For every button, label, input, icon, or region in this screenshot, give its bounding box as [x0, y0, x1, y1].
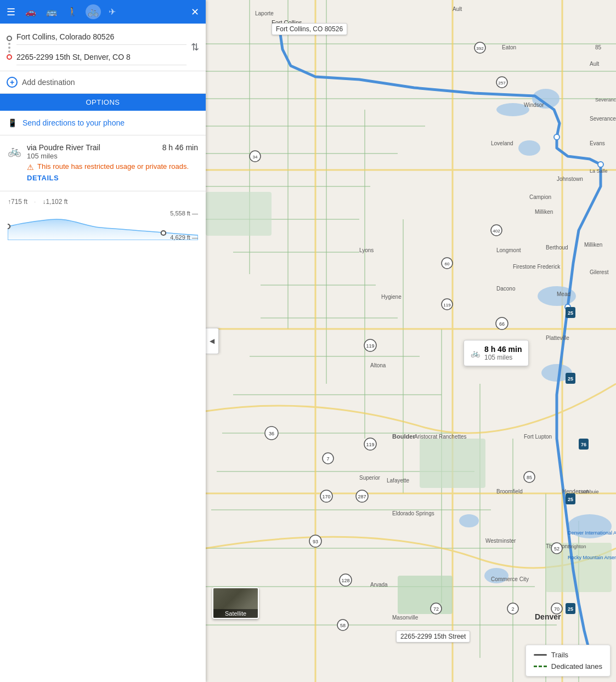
satellite-label: Satellite [213, 609, 258, 618]
map-origin-label: Fort Collins, CO 80526 [272, 23, 347, 35]
warning-icon: ⚠ [27, 163, 34, 172]
route-card: 🚲 via Poudre River Trail 8 h 46 min 105 … [0, 135, 206, 191]
left-panel: ☰ 🚗 🚌 🚶 🚲 ✈ ✕ ⇅ + Add destination OPTION… [0, 0, 206, 682]
map-background: Fort Collins Loveland Longmont Hygiene M… [206, 0, 616, 682]
svg-text:70: 70 [554, 606, 560, 612]
elevation-chart [8, 210, 198, 240]
svg-text:58: 58 [340, 623, 346, 628]
svg-text:Dacono: Dacono [496, 286, 516, 292]
tooltip-bike-icon: 🚲 [471, 349, 480, 357]
transport-flight[interactable]: ✈ [106, 4, 118, 19]
options-bar[interactable]: OPTIONS [0, 94, 206, 111]
elevation-gain: ↑715 ft [8, 198, 27, 206]
trails-label: Trails [551, 651, 568, 659]
svg-text:257: 257 [498, 81, 506, 86]
svg-text:60: 60 [445, 262, 450, 266]
legend-trails: Trails [534, 651, 602, 659]
svg-text:119: 119 [443, 303, 451, 308]
svg-text:Lyons: Lyons [359, 247, 374, 253]
svg-text:Eldorado Springs: Eldorado Springs [392, 510, 434, 516]
send-directions-row[interactable]: 📱 Send directions to your phone [0, 111, 206, 135]
svg-text:Altona: Altona [370, 362, 386, 368]
trails-line-icon [534, 654, 547, 656]
svg-text:Lafayette: Lafayette [387, 478, 410, 484]
route-bike-icon: 🚲 [8, 144, 21, 157]
svg-text:Laporte: Laporte [255, 10, 274, 16]
svg-text:Boulder: Boulder [392, 433, 415, 440]
map-legend: Trails Dedicated lanes [525, 645, 611, 677]
svg-text:Campion: Campion [529, 194, 551, 200]
svg-text:93: 93 [313, 539, 318, 544]
svg-text:Rocky Mountain Arsenal Nationa: Rocky Mountain Arsenal National... [568, 555, 616, 560]
svg-point-53 [598, 162, 603, 167]
svg-text:287: 287 [358, 494, 366, 499]
details-link[interactable]: DETAILS [27, 174, 198, 182]
svg-text:119: 119 [366, 343, 374, 349]
menu-button[interactable]: ☰ [7, 6, 15, 18]
transport-cycling[interactable]: 🚲 [86, 4, 101, 19]
svg-text:Commerce City: Commerce City [491, 576, 529, 582]
tooltip-distance: 105 miles [484, 354, 522, 361]
svg-text:Denver International Airport: Denver International Airport [568, 530, 616, 536]
svg-text:85: 85 [527, 475, 532, 480]
route-dot-2 [8, 47, 10, 49]
origin-dot [7, 36, 12, 41]
svg-text:25: 25 [568, 376, 573, 382]
svg-point-1 [161, 231, 166, 235]
svg-text:Gilerest: Gilerest [590, 269, 609, 275]
svg-text:Broomfield: Broomfield [496, 488, 523, 495]
add-destination-row[interactable]: + Add destination [0, 71, 206, 94]
svg-text:Windsor: Windsor [524, 102, 544, 108]
svg-text:7: 7 [326, 456, 329, 462]
route-dots [7, 29, 12, 65]
svg-text:Berthoud: Berthoud [546, 245, 568, 251]
svg-text:Eaton: Eaton [502, 44, 516, 50]
elevation-section: ↑715 ft · ↓1,102 ft 5,558 ft — 4,629 ft … [0, 191, 206, 248]
svg-text:Severance: Severance [590, 116, 616, 122]
svg-text:Aristocrat Ranchettes: Aristocrat Ranchettes [414, 434, 467, 440]
svg-text:72: 72 [433, 606, 439, 612]
collapse-panel-button[interactable]: ◀ [206, 328, 219, 354]
map-destination-label: 2265-2299 15th Street [396, 630, 470, 643]
swap-button[interactable]: ⇅ [191, 41, 199, 53]
svg-text:Superior: Superior [359, 475, 380, 481]
svg-text:Arvada: Arvada [370, 582, 388, 588]
origin-input[interactable] [16, 29, 187, 45]
send-directions-label: Send directions to your phone [22, 118, 125, 127]
svg-text:Firestone Frederick: Firestone Frederick [513, 264, 561, 270]
dedicated-lanes-line-icon [534, 666, 547, 667]
close-button[interactable]: ✕ [191, 6, 199, 18]
transport-walking[interactable]: 🚶 [65, 4, 80, 19]
svg-text:Mead: Mead [557, 291, 570, 297]
svg-text:34: 34 [253, 155, 258, 160]
map-area[interactable]: ◀ [206, 0, 616, 682]
elevation-loss: ↓1,102 ft [42, 198, 67, 206]
svg-text:119: 119 [366, 442, 374, 447]
svg-text:25: 25 [568, 310, 573, 316]
svg-text:Milliken: Milliken [535, 209, 553, 215]
svg-text:52: 52 [554, 546, 560, 552]
destination-input[interactable] [16, 49, 187, 65]
transport-transit[interactable]: 🚌 [44, 4, 59, 19]
top-bar: ☰ 🚗 🚌 🚶 🚲 ✈ ✕ [0, 0, 206, 24]
transport-driving[interactable]: 🚗 [23, 4, 38, 19]
svg-text:Milliken: Milliken [584, 242, 602, 248]
map-tooltip: 🚲 8 h 46 min 105 miles [464, 340, 529, 366]
svg-text:66: 66 [499, 321, 505, 327]
svg-text:Fort Lupton: Fort Lupton [524, 434, 552, 440]
svg-text:Loveland: Loveland [491, 140, 513, 146]
svg-text:Ault: Ault [590, 61, 599, 67]
svg-text:2: 2 [511, 606, 514, 612]
svg-rect-45 [206, 192, 272, 236]
plus-icon: + [7, 77, 18, 88]
svg-text:Lochbuie: Lochbuie [579, 489, 599, 495]
route-dot-1 [8, 43, 10, 45]
satellite-button[interactable]: Satellite [212, 587, 259, 619]
svg-text:128: 128 [341, 578, 349, 583]
svg-rect-47 [398, 576, 453, 614]
legend-dedicated-lanes: Dedicated lanes [534, 662, 602, 670]
transport-mode-selector: 🚗 🚌 🚶 🚲 ✈ [23, 4, 183, 19]
route-dot-3 [8, 50, 10, 53]
svg-text:36: 36 [269, 431, 274, 436]
svg-rect-46 [420, 439, 485, 488]
